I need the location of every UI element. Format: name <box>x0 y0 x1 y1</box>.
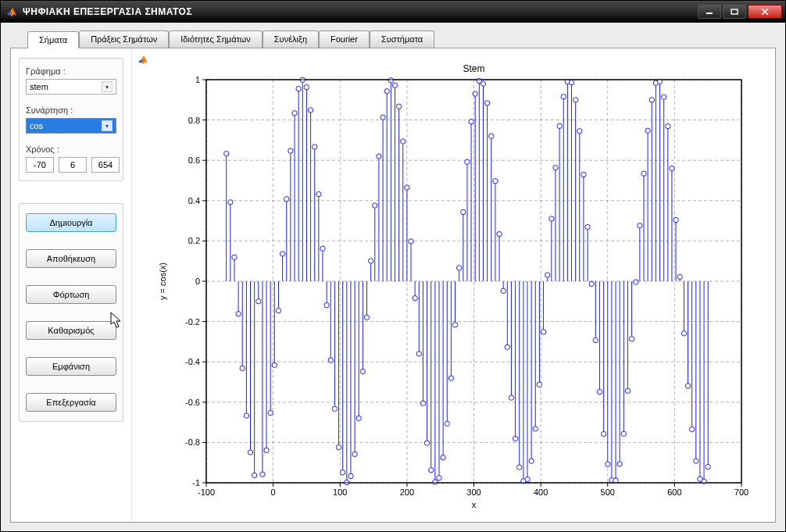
svg-point-275 <box>641 171 646 176</box>
svg-point-111 <box>313 145 317 149</box>
svg-point-107 <box>304 84 309 89</box>
svg-point-159 <box>409 239 413 244</box>
matlab-icon <box>5 5 18 18</box>
svg-point-199 <box>489 134 494 138</box>
graph-label: Γράφημα : <box>26 66 116 76</box>
svg-point-219 <box>529 459 534 463</box>
clear-button[interactable]: Καθαρισμός <box>26 321 116 340</box>
svg-text:Stem: Stem <box>463 63 484 74</box>
svg-text:700: 700 <box>734 487 748 497</box>
svg-point-221 <box>533 427 538 431</box>
svg-point-125 <box>340 470 345 475</box>
svg-point-229 <box>549 216 554 221</box>
svg-point-153 <box>396 104 401 109</box>
svg-point-195 <box>481 81 485 86</box>
svg-point-139 <box>368 259 373 263</box>
svg-point-137 <box>364 315 369 320</box>
show-button[interactable]: Εμφάνιση <box>26 357 116 376</box>
svg-text:0.4: 0.4 <box>188 196 200 205</box>
tab-3[interactable]: Συνέλιξη <box>263 30 319 48</box>
svg-point-251 <box>593 337 598 342</box>
svg-point-253 <box>597 389 602 394</box>
svg-point-295 <box>681 331 686 336</box>
svg-point-203 <box>497 231 502 236</box>
svg-point-71 <box>232 255 237 259</box>
svg-point-189 <box>469 119 473 123</box>
minimize-button[interactable] <box>698 5 721 19</box>
svg-point-241 <box>573 98 577 102</box>
svg-point-187 <box>465 159 470 164</box>
svg-point-293 <box>677 274 682 279</box>
tab-1[interactable]: Πράξεις Σημάτων <box>79 30 169 48</box>
svg-point-225 <box>541 330 545 334</box>
time-step-input[interactable] <box>59 157 87 173</box>
app-window: ΨΗΦΙΑΚΗ ΕΠΕΞΕΡΓΑΣΙΑ ΣΗΜΑΤΟΣ ΣήματαΠράξει… <box>0 0 786 532</box>
svg-point-205 <box>501 288 506 293</box>
svg-point-307 <box>706 464 710 469</box>
svg-point-129 <box>348 473 353 478</box>
svg-point-243 <box>577 129 582 134</box>
svg-point-119 <box>328 358 333 362</box>
svg-text:200: 200 <box>400 487 414 497</box>
svg-text:0: 0 <box>195 277 200 286</box>
svg-text:-0.6: -0.6 <box>185 398 200 407</box>
create-button[interactable]: Δημιουργία <box>26 213 116 232</box>
svg-point-257 <box>606 462 610 466</box>
svg-text:y = cos(x): y = cos(x) <box>158 262 167 300</box>
svg-point-235 <box>561 94 566 98</box>
svg-point-207 <box>505 345 509 349</box>
tab-5[interactable]: Συστήματα <box>370 30 434 48</box>
time-start-input[interactable] <box>26 157 54 173</box>
svg-point-131 <box>352 452 357 456</box>
chevron-down-icon: ▾ <box>102 120 113 131</box>
tab-0[interactable]: Σήματα <box>27 31 79 48</box>
svg-point-233 <box>557 123 562 128</box>
svg-text:x: x <box>472 500 477 509</box>
svg-text:0: 0 <box>271 487 276 497</box>
svg-text:100: 100 <box>333 487 347 497</box>
svg-point-211 <box>513 436 517 441</box>
svg-text:-0.2: -0.2 <box>185 317 200 327</box>
edit-button[interactable]: Επεξεργασία <box>26 393 116 412</box>
svg-text:-0.4: -0.4 <box>185 357 200 366</box>
svg-point-249 <box>589 281 594 286</box>
svg-point-291 <box>673 217 678 222</box>
tab-2[interactable]: Ιδιότητες Σημάτων <box>169 30 263 48</box>
svg-point-163 <box>416 352 421 356</box>
svg-point-109 <box>308 108 313 112</box>
svg-point-287 <box>666 123 670 128</box>
svg-point-239 <box>569 80 573 84</box>
svg-point-67 <box>223 151 228 155</box>
svg-point-171 <box>433 480 438 484</box>
svg-point-183 <box>456 266 461 270</box>
time-end-input[interactable] <box>91 157 120 173</box>
close-button[interactable] <box>748 5 782 19</box>
svg-point-133 <box>356 416 361 420</box>
function-select[interactable]: cos ▾ <box>26 118 116 134</box>
svg-text:0.6: 0.6 <box>188 155 200 165</box>
svg-point-289 <box>670 166 674 170</box>
tab-4[interactable]: Fourier <box>319 30 370 48</box>
svg-point-279 <box>649 98 654 102</box>
svg-point-149 <box>388 78 393 83</box>
svg-point-95 <box>280 252 284 256</box>
svg-rect-0 <box>706 12 713 14</box>
svg-rect-1 <box>731 9 738 14</box>
svg-point-141 <box>373 203 377 208</box>
svg-point-209 <box>509 395 513 400</box>
load-button[interactable]: Φόρτωση <box>26 285 116 304</box>
svg-point-269 <box>629 337 634 341</box>
svg-point-273 <box>638 223 642 228</box>
svg-point-161 <box>413 295 417 300</box>
svg-point-217 <box>525 477 530 481</box>
svg-text:500: 500 <box>601 487 615 497</box>
tab-panel: Γράφημα : stem ▾ Συνάρτηση : cos ▾ Χρόνο… <box>10 48 776 523</box>
save-button[interactable]: Αποθήκευση <box>26 249 116 268</box>
svg-point-267 <box>625 388 630 393</box>
svg-point-227 <box>545 273 549 277</box>
maximize-button[interactable] <box>723 5 746 19</box>
svg-point-91 <box>272 362 277 367</box>
svg-text:0.2: 0.2 <box>188 236 200 245</box>
graph-select[interactable]: stem ▾ <box>26 79 116 95</box>
svg-point-85 <box>260 472 265 477</box>
